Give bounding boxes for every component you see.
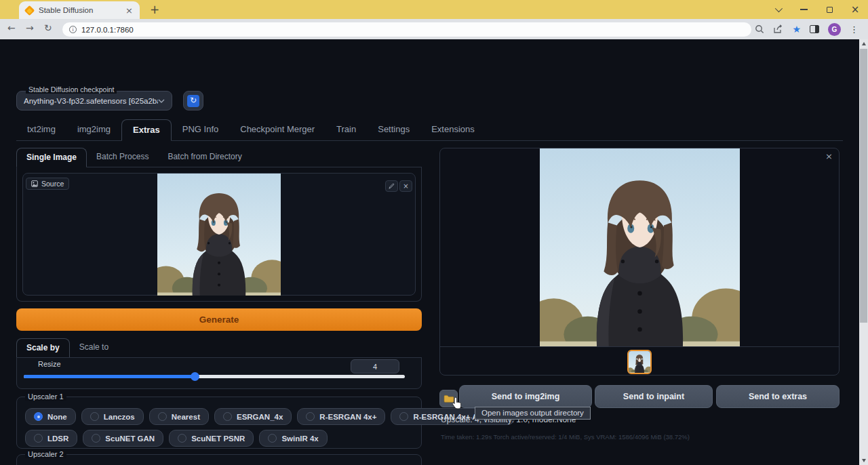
option-label: None xyxy=(47,413,67,421)
upscaler1-option-nearest[interactable]: Nearest xyxy=(149,408,209,425)
radio-icon xyxy=(34,434,43,443)
subtab-batch-process[interactable]: Batch Process xyxy=(87,148,158,167)
screen: Stable Diffusion × + × ← → ↻ i 127.0.0.1… xyxy=(0,0,868,465)
browser-tab[interactable]: Stable Diffusion × xyxy=(19,1,140,19)
arrow-up-icon xyxy=(862,42,866,45)
checkpoint-value: Anything-V3-fp32.safetensors [625a2ba2] xyxy=(24,97,158,105)
scale-group: Scale by Scale to Resize xyxy=(16,338,422,389)
option-label: SwinIR 4x xyxy=(281,434,318,443)
window-chevron-button[interactable] xyxy=(765,0,791,19)
gradio-favicon-icon xyxy=(24,5,35,16)
upscaler1-option-swinir4x[interactable]: SwinIR 4x xyxy=(259,430,327,447)
radio-icon xyxy=(306,412,315,421)
tab-scale-by[interactable]: Scale by xyxy=(16,338,70,358)
page-scrollbar[interactable] xyxy=(859,39,868,465)
option-label: LDSR xyxy=(47,434,68,443)
resize-label: Resize xyxy=(38,360,61,368)
forward-button[interactable]: → xyxy=(26,23,34,33)
upscaler1-option-scunet-psnr[interactable]: ScuNET PSNR xyxy=(169,430,254,447)
upscaler1-label: Upscaler 1 xyxy=(25,392,66,401)
option-label: R-ESRGAN 4x+ xyxy=(319,413,376,421)
window-close-button[interactable]: × xyxy=(842,0,868,19)
scrollbar-thumb[interactable] xyxy=(860,49,867,323)
resize-value-input[interactable] xyxy=(351,359,399,373)
result-thumbnail-selected[interactable] xyxy=(627,350,652,374)
tab-train[interactable]: Train xyxy=(326,119,367,140)
upscaler1-option-esrgan4x[interactable]: ESRGAN_4x xyxy=(214,408,292,425)
radio-selected-icon xyxy=(34,412,43,421)
send-to-inpaint-button[interactable]: Send to inpaint xyxy=(595,385,713,408)
hand-cursor-icon xyxy=(451,397,462,409)
scroll-up-button[interactable] xyxy=(859,39,868,48)
edit-image-button[interactable] xyxy=(385,180,398,192)
subtab-single-image[interactable]: Single Image xyxy=(16,148,87,167)
result-image[interactable] xyxy=(540,148,740,346)
menu-kebab-icon[interactable]: ⋮ xyxy=(850,25,859,34)
upscaler1-group: Upscaler 1 None Lanczos Nearest ESRGAN_4… xyxy=(16,397,422,449)
source-group: Single Image Batch Process Batch from Di… xyxy=(16,148,422,302)
tab-img2img[interactable]: img2img xyxy=(66,119,121,140)
tab-extensions[interactable]: Extensions xyxy=(420,119,486,140)
folder-tooltip: Open images output directory xyxy=(475,407,591,420)
result-thumbnail-strip xyxy=(440,346,839,376)
site-info-icon[interactable]: i xyxy=(69,26,77,33)
tab-scale-to[interactable]: Scale to xyxy=(70,338,118,357)
bookmark-star-icon[interactable]: ★ xyxy=(792,24,801,34)
source-sub-tabs: Single Image Batch Process Batch from Di… xyxy=(16,148,422,167)
zoom-icon[interactable] xyxy=(755,24,764,34)
window-restore-button[interactable] xyxy=(816,0,842,19)
side-panel-icon[interactable] xyxy=(810,25,819,33)
tab-png-info[interactable]: PNG Info xyxy=(172,119,229,140)
option-label: ScuNET PSNR xyxy=(191,434,245,443)
performance-info-text: Time taken: 1.29s Torch active/reserved:… xyxy=(441,433,690,441)
tab-checkpoint-merger[interactable]: Checkpoint Merger xyxy=(229,119,326,140)
slider-handle[interactable] xyxy=(191,372,199,381)
thumbnail-image xyxy=(629,351,650,373)
scale-tab-bar: Scale by Scale to xyxy=(16,338,422,358)
image-drop-area[interactable]: Source × xyxy=(22,173,416,296)
resize-slider[interactable] xyxy=(24,375,405,378)
window-minimize-button[interactable] xyxy=(791,0,816,19)
generate-button[interactable]: Generate xyxy=(16,308,422,331)
checkpoint-dropdown[interactable]: Anything-V3-fp32.safetensors [625a2ba2] xyxy=(16,91,172,110)
profile-avatar[interactable]: G xyxy=(828,23,841,36)
radio-icon xyxy=(158,412,167,421)
option-label: ScuNET GAN xyxy=(105,434,155,443)
tab-close-icon[interactable]: × xyxy=(125,6,133,15)
upscaler1-option-scunet-gan[interactable]: ScuNET GAN xyxy=(83,430,163,447)
restore-icon xyxy=(827,7,833,13)
upscaler1-option-lanczos[interactable]: Lanczos xyxy=(81,408,144,425)
source-image-actions: × xyxy=(385,180,412,192)
tab-txt2img[interactable]: txt2img xyxy=(16,119,66,140)
tab-settings[interactable]: Settings xyxy=(367,119,420,140)
refresh-checkpoints-button[interactable]: ↻ xyxy=(183,91,203,110)
option-label: ESRGAN_4x xyxy=(237,413,283,421)
radio-icon xyxy=(268,434,277,443)
upscaler1-option-ldsr[interactable]: LDSR xyxy=(25,430,77,447)
refresh-icon: ↻ xyxy=(187,95,199,107)
slider-fill xyxy=(24,375,195,378)
source-chip[interactable]: Source xyxy=(26,178,69,190)
source-chip-label: Source xyxy=(41,180,64,188)
url-text[interactable]: 127.0.0.1:7860 xyxy=(81,26,134,34)
omnibox[interactable]: i 127.0.0.1:7860 xyxy=(62,22,751,37)
upscaler1-option-resrgan4x[interactable]: R-ESRGAN 4x+ xyxy=(297,408,385,425)
tab-extras[interactable]: Extras xyxy=(121,119,172,141)
chevron-down-icon xyxy=(158,99,165,103)
send-to-img2img-button[interactable]: Send to img2img xyxy=(459,385,592,408)
reload-button[interactable]: ↻ xyxy=(44,23,52,33)
subtab-batch-from-directory[interactable]: Batch from Directory xyxy=(158,148,251,167)
main-tab-bar: txt2img img2img Extras PNG Info Checkpoi… xyxy=(16,119,843,141)
close-result-button[interactable]: × xyxy=(825,152,833,161)
scroll-down-button[interactable] xyxy=(859,456,868,465)
radio-icon xyxy=(90,412,99,421)
share-icon[interactable] xyxy=(773,24,783,34)
upscaler1-option-none[interactable]: None xyxy=(25,408,76,425)
send-to-extras-button[interactable]: Send to extras xyxy=(716,385,840,408)
new-tab-button[interactable]: + xyxy=(146,2,163,18)
option-label: Nearest xyxy=(172,413,200,421)
result-panel: × xyxy=(439,148,840,376)
radio-icon xyxy=(399,412,408,421)
back-button[interactable]: ← xyxy=(7,23,16,33)
clear-source-button[interactable]: × xyxy=(399,180,412,192)
